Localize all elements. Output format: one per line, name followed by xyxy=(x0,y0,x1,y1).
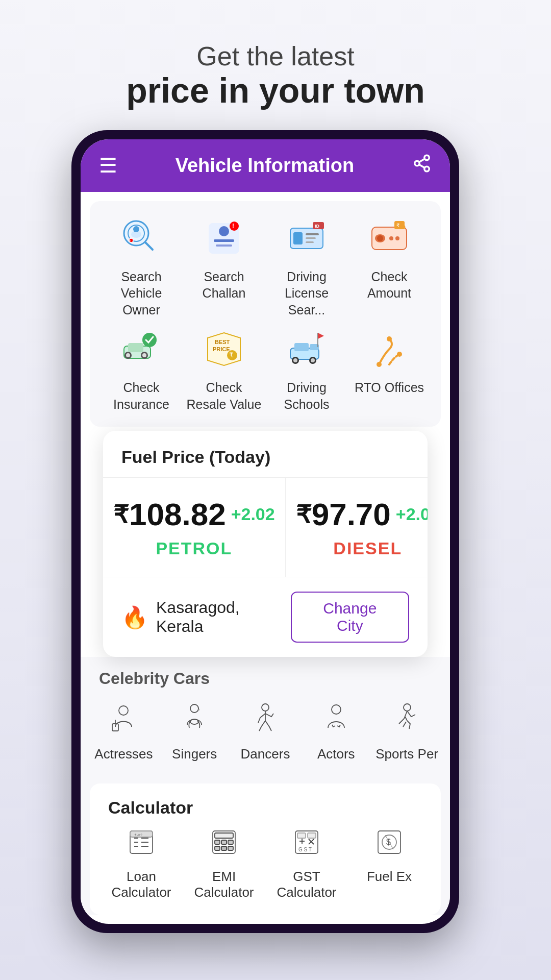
svg-rect-13 xyxy=(214,239,234,242)
calculator-section: Calculator xyxy=(90,783,441,915)
search-challan-label: Search Challan xyxy=(186,268,262,302)
rto-offices-icon xyxy=(366,326,412,372)
svg-point-47 xyxy=(293,358,297,362)
svg-point-55 xyxy=(397,352,402,357)
svg-point-26 xyxy=(377,235,383,241)
svg-rect-84 xyxy=(297,833,306,838)
grid-item-check-resale[interactable]: BEST PRICE ₹ Check Resale Value xyxy=(186,326,262,412)
svg-point-35 xyxy=(126,353,130,357)
location-text: Kasaragod, Kerala xyxy=(156,598,291,636)
svg-point-28 xyxy=(395,236,399,240)
emi-calculator-label: EMI Calculator xyxy=(183,869,265,900)
svg-rect-81 xyxy=(221,846,227,850)
actresses-icon xyxy=(108,702,139,740)
search-vehicle-owner-icon: ! xyxy=(118,215,164,261)
svg-text:₹: ₹ xyxy=(396,223,399,228)
petrol-amount-row: ₹ 108.82 +2.02 xyxy=(113,496,275,532)
singers-label: Singers xyxy=(172,746,217,762)
check-resale-label: Check Resale Value xyxy=(186,379,262,412)
check-amount-label: Check Amount xyxy=(351,268,428,302)
petrol-change: +2.02 xyxy=(231,504,275,524)
actors-icon xyxy=(321,702,352,740)
hero-section: Get the latest price in your town xyxy=(95,0,456,130)
svg-rect-14 xyxy=(216,244,232,247)
svg-rect-78 xyxy=(221,840,227,844)
celebrity-item-singers[interactable]: ♪ Singers xyxy=(162,702,228,762)
svg-rect-19 xyxy=(306,233,319,235)
svg-rect-20 xyxy=(306,237,316,239)
celebrity-section-title: Celebrity Cars xyxy=(81,657,450,694)
check-amount-icon: % ₹ xyxy=(366,215,412,261)
svg-rect-85 xyxy=(308,833,316,838)
grid-item-rto-offices[interactable]: RTO Offices xyxy=(351,326,428,412)
search-challan-icon: ! xyxy=(201,215,247,261)
calc-item-emi[interactable]: EMI Calculator xyxy=(183,828,265,900)
svg-text:$: $ xyxy=(386,838,391,846)
loan-calculator-icon: +-×÷ xyxy=(127,828,156,863)
hamburger-menu-icon[interactable]: ☰ xyxy=(99,154,117,177)
app-title: Vehicle Information xyxy=(176,155,355,177)
search-vehicle-owner-label: Search Vehicle Owner xyxy=(103,268,180,318)
sports-icon xyxy=(392,702,422,740)
phone-screen: ☰ Vehicle Information xyxy=(81,139,450,924)
calculator-row: +-×÷ Loan Calculator xyxy=(100,828,431,900)
svg-point-64 xyxy=(332,705,341,714)
driving-schools-label: Driving Schools xyxy=(268,379,345,412)
calculator-title: Calculator xyxy=(100,798,431,828)
grid-item-driving-schools[interactable]: Driving Schools xyxy=(268,326,345,412)
diesel-rupee-symbol: ₹ xyxy=(296,500,312,529)
calc-item-gst[interactable]: G S T GST Calculator xyxy=(266,828,347,900)
svg-rect-21 xyxy=(306,241,314,243)
check-insurance-label: Check Insurance xyxy=(103,379,180,412)
celebrity-row: Actresses xyxy=(81,694,450,774)
share-icon[interactable] xyxy=(412,154,432,178)
diesel-amount-row: ₹ 97.70 +2.01 xyxy=(296,496,428,532)
singers-icon: ♪ xyxy=(179,702,210,740)
svg-point-27 xyxy=(389,236,393,240)
svg-text:BEST: BEST xyxy=(215,339,230,345)
sports-label: Sports Per xyxy=(375,746,438,762)
driving-license-label: Driving License Sear... xyxy=(268,268,345,318)
location-info: 🔥 Kasaragod, Kerala xyxy=(121,598,291,636)
celebrity-item-actors[interactable]: Actors xyxy=(303,702,369,762)
petrol-amount: 108.82 xyxy=(129,496,226,532)
change-city-button[interactable]: Change City xyxy=(291,592,409,643)
svg-text:₹: ₹ xyxy=(229,351,233,359)
celebrity-section: Celebrity Cars Actre xyxy=(81,657,450,915)
loan-calculator-label: Loan Calculator xyxy=(101,869,182,900)
svg-point-65 xyxy=(404,704,411,711)
fuel-drop-icon: 🔥 xyxy=(121,605,148,630)
grid-item-check-insurance[interactable]: Check Insurance xyxy=(103,326,180,412)
hero-title: price in your town xyxy=(126,71,425,110)
diesel-amount: 97.70 xyxy=(312,496,391,532)
svg-point-48 xyxy=(311,358,315,362)
grid-item-check-amount[interactable]: % ₹ Check Amount xyxy=(351,215,428,318)
svg-point-15 xyxy=(230,222,239,231)
calc-item-fuel[interactable]: $ Fuel Ex xyxy=(348,828,430,900)
svg-rect-76 xyxy=(215,833,233,838)
svg-text:!: ! xyxy=(130,239,131,242)
celebrity-item-actresses[interactable]: Actresses xyxy=(91,702,157,762)
svg-rect-79 xyxy=(228,840,233,844)
diesel-col: ₹ 97.70 +2.01 DIESEL xyxy=(286,478,428,577)
fuel-expense-icon: $ xyxy=(375,828,404,863)
celebrity-item-sports[interactable]: Sports Per xyxy=(374,702,440,762)
svg-text:ID: ID xyxy=(315,224,320,229)
driving-license-icon: ID xyxy=(284,215,330,261)
svg-rect-49 xyxy=(294,343,309,351)
dancers-icon xyxy=(250,702,281,740)
calc-item-loan[interactable]: +-×÷ Loan Calculator xyxy=(101,828,182,900)
hero-subtitle: Get the latest xyxy=(126,41,425,71)
diesel-label: DIESEL xyxy=(333,538,402,558)
fuel-price-title: Fuel Price (Today) xyxy=(103,431,428,477)
petrol-label: PETROL xyxy=(156,538,232,558)
grid-item-search-challan[interactable]: ! Search Challan xyxy=(186,215,262,318)
celebrity-item-dancers[interactable]: Dancers xyxy=(233,702,298,762)
phone-frame: ☰ Vehicle Information xyxy=(71,130,459,934)
grid-item-driving-license[interactable]: ID Driving License Sear... xyxy=(268,215,345,318)
fuel-location-row: 🔥 Kasaragod, Kerala Change City xyxy=(103,577,428,657)
svg-point-53 xyxy=(377,362,382,367)
svg-line-4 xyxy=(419,159,425,162)
grid-item-search-vehicle-owner[interactable]: ! Search Vehicle Owner xyxy=(103,215,180,318)
gst-calculator-label: GST Calculator xyxy=(266,869,347,900)
